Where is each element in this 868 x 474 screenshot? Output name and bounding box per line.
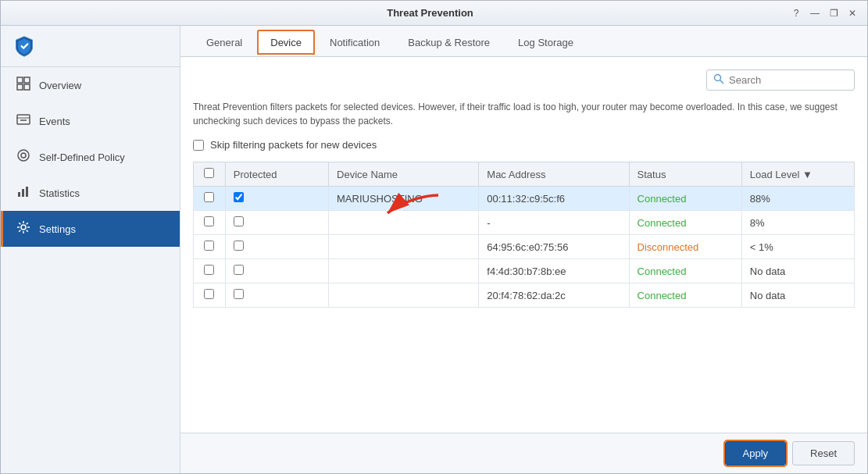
content-area: General Device Notification Backup & Res…	[180, 26, 867, 473]
row-status: Disconnected	[629, 235, 741, 259]
protected-checkbox[interactable]	[234, 265, 244, 275]
help-button[interactable]: ?	[789, 6, 803, 20]
app-logo-icon	[13, 35, 35, 57]
row-protected-cell	[225, 283, 328, 308]
device-table: Protected Device Name Mac Address Status…	[193, 162, 855, 308]
row-device-name	[329, 235, 479, 259]
skip-label: Skip filtering packets for new devices	[210, 139, 377, 151]
content-body: Threat Prevention filters packets for se…	[180, 57, 867, 433]
footer: Apply Reset	[180, 433, 867, 473]
row-device-name	[329, 283, 479, 308]
row-checkbox-cell	[194, 259, 226, 283]
tab-backup-restore[interactable]: Backup & Restore	[395, 30, 503, 55]
description-text: Threat Prevention filters packets for se…	[193, 100, 855, 128]
row-load-level: 88%	[741, 187, 854, 211]
row-select-checkbox[interactable]	[204, 289, 214, 299]
row-mac-address: 00:11:32:c9:5c:f6	[479, 187, 629, 211]
protected-checkbox[interactable]	[234, 192, 244, 202]
minimize-button[interactable]: —	[808, 6, 822, 20]
row-device-name	[329, 259, 479, 283]
main-window: Threat Prevention ? — ❐ ✕ Overview	[0, 0, 868, 474]
sidebar-item-events[interactable]: Events	[1, 103, 180, 139]
row-checkbox-cell	[194, 211, 226, 235]
svg-rect-4	[17, 115, 30, 124]
row-protected-cell	[225, 259, 328, 283]
row-load-level: No data	[741, 283, 854, 308]
svg-rect-11	[26, 187, 28, 197]
main-layout: Overview Events Self-Defined Policy Stat…	[1, 26, 867, 473]
tab-device[interactable]: Device	[257, 30, 315, 55]
row-checkbox-cell	[194, 187, 226, 211]
row-mac-address: 20:f4:78:62:da:2c	[479, 283, 629, 308]
statistics-icon	[16, 184, 31, 201]
row-select-checkbox[interactable]	[204, 241, 214, 251]
svg-point-12	[21, 225, 26, 230]
header-protected: Protected	[225, 162, 328, 187]
skip-row: Skip filtering packets for new devices	[193, 139, 855, 151]
table-row: -Connected8%	[194, 211, 855, 235]
table-row: 20:f4:78:62:da:2cConnectedNo data	[194, 283, 855, 308]
restore-button[interactable]: ❐	[827, 6, 841, 20]
row-load-level: No data	[741, 259, 854, 283]
tab-general[interactable]: General	[193, 30, 255, 55]
reset-button[interactable]: Reset	[792, 441, 855, 465]
title-bar-controls: ? — ❐ ✕	[789, 6, 859, 20]
table-row: MARIUSHOSTING00:11:32:c9:5c:f6Connected8…	[194, 187, 855, 211]
row-select-checkbox[interactable]	[204, 192, 214, 202]
sidebar-item-settings[interactable]: Settings	[1, 211, 180, 247]
svg-point-13	[715, 75, 721, 81]
svg-rect-3	[24, 84, 30, 90]
row-protected-cell	[225, 235, 328, 259]
row-mac-address: -	[479, 211, 629, 235]
protected-checkbox[interactable]	[234, 289, 244, 299]
tab-log-storage[interactable]: Log Storage	[505, 30, 587, 55]
close-button[interactable]: ✕	[845, 6, 859, 20]
window-title: Threat Prevention	[71, 7, 789, 19]
select-all-checkbox[interactable]	[204, 168, 214, 178]
row-status: Connected	[629, 187, 741, 211]
row-select-checkbox[interactable]	[204, 265, 214, 275]
svg-rect-9	[18, 192, 20, 197]
row-load-level: < 1%	[741, 235, 854, 259]
events-icon	[16, 112, 31, 130]
table-row: 64:95:6c:e0:75:56Disconnected< 1%	[194, 235, 855, 259]
svg-rect-10	[22, 189, 24, 197]
apply-button[interactable]: Apply	[725, 441, 787, 465]
sidebar-item-settings-label: Settings	[39, 223, 76, 235]
svg-point-8	[21, 153, 26, 158]
row-status: Connected	[629, 283, 741, 308]
row-device-name: MARIUSHOSTING	[329, 187, 479, 211]
sidebar-item-policy-label: Self-Defined Policy	[39, 151, 125, 163]
row-checkbox-cell	[194, 235, 226, 259]
settings-icon	[16, 220, 31, 237]
policy-icon	[16, 148, 31, 166]
search-input[interactable]	[729, 74, 848, 86]
table-row: f4:4d:30:b7:8b:eeConnectedNo data	[194, 259, 855, 283]
skip-checkbox[interactable]	[193, 140, 204, 151]
tabs-bar: General Device Notification Backup & Res…	[180, 26, 867, 57]
svg-rect-1	[24, 77, 30, 83]
protected-checkbox[interactable]	[234, 216, 244, 226]
row-select-checkbox[interactable]	[204, 216, 214, 226]
overview-icon	[16, 77, 31, 94]
header-device-name: Device Name	[329, 162, 479, 187]
row-status: Connected	[629, 211, 741, 235]
svg-line-14	[720, 80, 724, 84]
header-load-level: Load Level ▼	[741, 162, 854, 187]
search-bar-row	[193, 69, 855, 91]
row-protected-cell	[225, 187, 328, 211]
svg-rect-0	[17, 77, 23, 83]
sidebar-item-statistics[interactable]: Statistics	[1, 175, 180, 211]
svg-rect-2	[17, 84, 23, 90]
sidebar-item-overview-label: Overview	[39, 80, 81, 91]
sidebar-item-self-defined-policy[interactable]: Self-Defined Policy	[1, 139, 180, 175]
header-status: Status	[629, 162, 741, 187]
protected-checkbox[interactable]	[234, 241, 244, 251]
sidebar-logo	[1, 26, 180, 67]
tab-notification[interactable]: Notification	[316, 30, 393, 55]
search-icon	[713, 73, 724, 87]
row-mac-address: f4:4d:30:b7:8b:ee	[479, 259, 629, 283]
sidebar-item-overview[interactable]: Overview	[1, 67, 180, 103]
row-status: Connected	[629, 259, 741, 283]
header-mac-address: Mac Address	[479, 162, 629, 187]
